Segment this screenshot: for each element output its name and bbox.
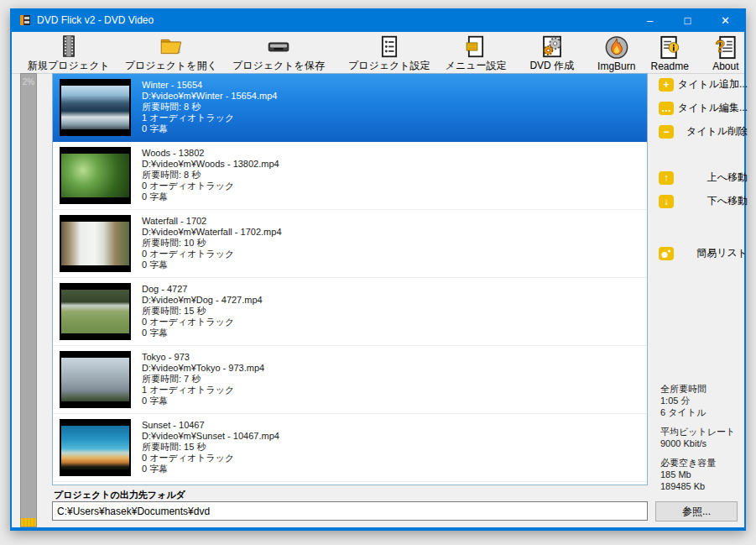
delete-title-button[interactable]: − タイトル削除: [659, 124, 748, 139]
output-folder-label: プロジェクトの出力先フォルダ: [54, 489, 185, 501]
title-row-dog[interactable]: Dog - 4727 D:¥video¥m¥Dog - 4727.mp4 所要時…: [53, 278, 647, 346]
disc-capacity-meter: 2%: [20, 73, 37, 527]
title-row-woods[interactable]: Woods - 13802 D:¥video¥m¥Woods - 13802.m…: [53, 142, 647, 210]
title-name: Sunset - 10467: [142, 420, 279, 431]
ellipsis-icon: …: [659, 102, 674, 115]
title-row-waterfall[interactable]: Waterfall - 1702 D:¥video¥m¥Waterfall - …: [53, 210, 647, 278]
move-down-button[interactable]: ↓ 下へ移動: [659, 194, 748, 208]
total-duration-label: 全所要時間: [660, 383, 748, 395]
maximize-button[interactable]: □: [669, 8, 706, 32]
title-name: Woods - 13802: [142, 148, 279, 159]
about-icon: ?: [712, 34, 739, 60]
action-label: 簡易リスト: [696, 246, 748, 260]
title-subtitles: 0 字幕: [142, 191, 279, 202]
title-path: D:¥video¥m¥Waterfall - 1702.mp4: [142, 227, 282, 238]
arrow-up-icon: ↑: [659, 171, 674, 185]
title-row-winter[interactable]: Winter - 15654 D:¥video¥m¥Winter - 15654…: [53, 74, 647, 142]
title-audio-tracks: 0 オーディオトラック: [142, 181, 279, 191]
menu-settings-button[interactable]: メニュー設定: [438, 34, 514, 73]
toolbar-button-label: About: [712, 60, 738, 72]
title-duration: 所要時間: 15 秒: [142, 442, 279, 453]
toolbar-button-label: プロジェクト設定: [348, 59, 430, 73]
required-space-kb: 189485 Kb: [660, 480, 748, 492]
readme-icon: [656, 34, 683, 60]
bitrate-label: 平均ビットレート: [660, 426, 748, 438]
title-subtitles: 0 字幕: [142, 328, 263, 338]
title-path: D:¥video¥m¥Tokyo - 973.mp4: [142, 363, 264, 374]
app-window: DVD Flick v2 - DVD Video – □ ✕ 新規プロ: [10, 8, 746, 531]
minimize-button[interactable]: –: [631, 8, 669, 32]
close-button[interactable]: ✕: [706, 8, 744, 32]
action-label: タイトル編集...: [678, 101, 748, 115]
create-dvd-button[interactable]: DVD 作成: [522, 34, 581, 73]
toolbar-button-label: メニュー設定: [446, 59, 507, 73]
title-subtitles: 0 字幕: [142, 464, 279, 474]
create-dvd-icon: [539, 34, 566, 59]
new-project-button[interactable]: 新規プロジェクト: [20, 34, 117, 73]
app-logo-icon: [18, 13, 32, 27]
title-path: D:¥video¥m¥Dog - 4727.mp4: [142, 295, 263, 306]
imgburn-button[interactable]: ImgBurn: [590, 34, 643, 73]
title-audio-tracks: 1 オーディオトラック: [142, 113, 277, 123]
dot-list-icon: [659, 247, 674, 260]
title-audio-tracks: 0 オーディオトラック: [142, 453, 279, 464]
title-count-value: 6 タイトル: [660, 406, 748, 418]
video-thumbnail: [60, 283, 131, 340]
action-label: 上へ移動: [707, 170, 748, 185]
title-subtitles: 0 字幕: [142, 259, 282, 270]
title-name: Tokyo - 973: [142, 352, 264, 363]
title-path: D:¥video¥m¥Sunset - 10467.mp4: [142, 431, 279, 442]
title-row-tokyo[interactable]: Tokyo - 973 D:¥video¥m¥Tokyo - 973.mp4 所…: [53, 346, 647, 414]
arrow-down-icon: ↓: [659, 195, 674, 208]
save-project-button[interactable]: プロジェクトを保存: [225, 34, 332, 73]
open-project-icon: [158, 34, 185, 59]
bitrate-value: 9000 Kbit/s: [660, 438, 748, 449]
toolbar-button-label: プロジェクトを開く: [125, 59, 217, 73]
title-name: Waterfall - 1702: [142, 216, 282, 227]
new-project-icon: [55, 34, 82, 59]
video-thumbnail: [60, 79, 131, 136]
edit-title-button[interactable]: … タイトル編集...: [659, 101, 748, 115]
action-label: タイトル削除: [686, 124, 748, 139]
browse-button[interactable]: 参照...: [655, 501, 738, 521]
project-settings-icon: [376, 34, 403, 59]
menu-settings-icon: [462, 34, 489, 59]
title-row-sunset[interactable]: Sunset - 10467 D:¥video¥m¥Sunset - 10467…: [53, 414, 647, 482]
title-audio-tracks: 0 オーディオトラック: [142, 249, 282, 259]
imgburn-flame-icon: [603, 34, 630, 60]
simple-list-button[interactable]: 簡易リスト: [659, 246, 748, 260]
project-settings-button[interactable]: プロジェクト設定: [341, 34, 438, 73]
title-audio-tracks: 0 オーディオトラック: [142, 317, 263, 328]
toolbar-button-label: 新規プロジェクト: [28, 59, 110, 73]
title-path: D:¥video¥m¥Winter - 15654.mp4: [142, 91, 277, 102]
action-label: 下へ移動: [707, 194, 748, 208]
video-thumbnail: [60, 351, 131, 408]
toolbar-button-label: Readme: [650, 60, 688, 72]
title-name: Winter - 15654: [142, 80, 277, 91]
title-audio-tracks: 1 オーディオトラック: [142, 385, 264, 396]
total-duration-value: 1:05 分: [660, 395, 748, 406]
title-duration: 所要時間: 8 秒: [142, 170, 279, 181]
open-project-button[interactable]: プロジェクトを開く: [117, 34, 225, 73]
move-up-button[interactable]: ↑ 上へ移動: [659, 170, 748, 185]
title-list: Winter - 15654 D:¥video¥m¥Winter - 15654…: [52, 73, 648, 485]
toolbar-button-label: ImgBurn: [597, 60, 635, 72]
about-button[interactable]: ? About: [705, 34, 747, 73]
add-title-button[interactable]: + タイトル追加...: [659, 77, 748, 92]
required-space-label: 必要空き容量: [660, 457, 748, 469]
save-project-icon: [265, 34, 292, 59]
title-name: Dog - 4727: [142, 284, 263, 295]
readme-button[interactable]: Readme: [643, 34, 696, 73]
toolbar: 新規プロジェクト プロジェクトを開く プロジェクトを保存: [12, 32, 744, 74]
title-duration: 所要時間: 8 秒: [142, 102, 277, 113]
video-thumbnail: [60, 419, 131, 476]
output-folder-input[interactable]: [52, 501, 648, 521]
title-subtitles: 0 字幕: [142, 123, 277, 134]
svg-text:?: ?: [715, 37, 725, 55]
capacity-fill-bar: [21, 518, 36, 527]
project-stats: 全所要時間 1:05 分 6 タイトル 平均ビットレート 9000 Kbit/s…: [660, 383, 748, 500]
title-duration: 所要時間: 7 秒: [142, 374, 264, 385]
title-path: D:¥video¥m¥Woods - 13802.mp4: [142, 159, 279, 170]
video-thumbnail: [60, 147, 131, 204]
plus-icon: +: [659, 78, 674, 92]
